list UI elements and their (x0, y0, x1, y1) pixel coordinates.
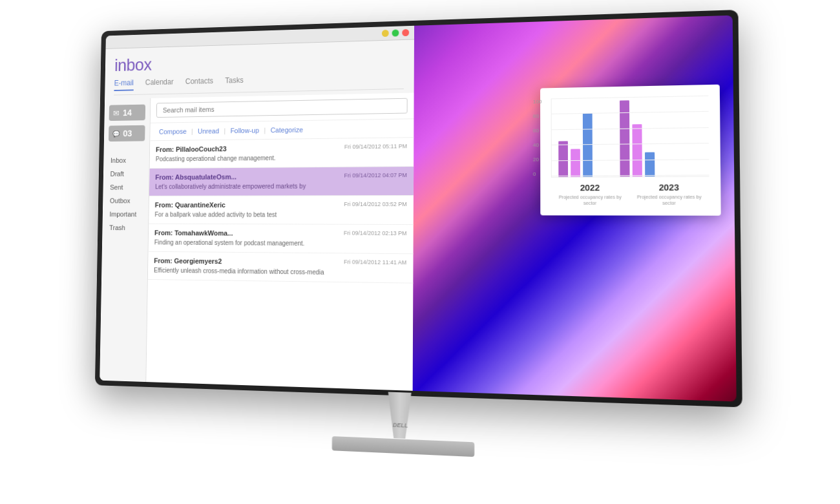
mail-badge[interactable]: ✉ 14 (109, 105, 146, 121)
mail-item-3[interactable]: From: QuarantineXeric Fri 09/14/2012 03:… (149, 196, 413, 225)
mail-preview-2: Let's collaboratively administrate empow… (155, 182, 407, 191)
chat-icon: 💬 (112, 130, 120, 137)
mail-date-5: Fri 09/14/2012 11:41 AM (344, 258, 406, 266)
y-label-80: 80 (533, 113, 542, 119)
chart-year-2022: 2022 (558, 182, 622, 193)
stand-neck (380, 392, 419, 439)
followup-button[interactable]: Follow-up (227, 125, 262, 136)
mail-preview-3: For a ballpark value added activity to b… (154, 211, 406, 219)
nav-tabs: E-mail Calendar Contacts Tasks (114, 72, 403, 95)
search-input[interactable] (156, 98, 408, 118)
mail-item-4[interactable]: From: TomahawkWoma... Fri 09/14/2012 02:… (148, 224, 413, 255)
y-axis: 0 20 40 60 80 100 (533, 98, 542, 176)
unread-button[interactable]: Unread (194, 126, 222, 136)
mail-item-header-1: From: PillalooCouch23 Fri 09/14/2012 05:… (156, 143, 407, 153)
compose-button[interactable]: Compose (156, 127, 189, 137)
mail-date-3: Fri 09/14/2012 03:52 PM (344, 201, 406, 207)
chart-label-2022: 2022 Projected occupancy rates by sector (558, 182, 622, 206)
sep1: | (189, 127, 194, 135)
tab-contacts[interactable]: Contacts (185, 76, 214, 89)
bar-2023-1 (620, 100, 630, 176)
sidebar-item-outbox[interactable]: Outbox (107, 195, 144, 206)
mail-item-5[interactable]: From: Georgiemyers2 Fri 09/14/2012 11:41… (148, 252, 413, 284)
grid-line-100 (552, 95, 709, 99)
mail-date-2: Fri 09/14/2012 04:07 PM (344, 172, 407, 178)
mail-item-2[interactable]: From: AbsquatulateOsm... Fri 09/14/2012 … (149, 167, 414, 196)
sidebar-item-sent[interactable]: Sent (108, 182, 145, 193)
scene: inbox E-mail Calendar Contacts Tasks (0, 0, 840, 504)
chart-sublabel-2023: Projected occupancy rates by sector (636, 193, 702, 205)
mail-preview-5: Efficiently unleash cross-media informat… (154, 266, 406, 277)
y-label-100: 100 (533, 98, 542, 104)
sep2: | (222, 127, 227, 135)
tab-email[interactable]: E-mail (114, 79, 134, 91)
email-panel: inbox E-mail Calendar Contacts Tasks (100, 26, 414, 391)
mail-list: From: PillalooCouch23 Fri 09/14/2012 05:… (146, 138, 414, 391)
chat-count: 03 (123, 129, 132, 138)
sidebar-item-important[interactable]: Important (107, 209, 144, 220)
monitor-bezel: inbox E-mail Calendar Contacts Tasks (100, 16, 737, 402)
sidebar-item-trash[interactable]: Trash (107, 222, 143, 233)
chart-sublabel-2022: Projected occupancy rates by sector (558, 194, 622, 206)
mail-from-1: From: PillalooCouch23 (156, 145, 227, 153)
mail-from-2: From: AbsquatulateOsm... (155, 173, 236, 181)
y-label-60: 60 (533, 127, 542, 133)
mail-from-4: From: TomahawkWoma... (154, 229, 233, 236)
y-label-0: 0 (533, 171, 542, 176)
sidebar-item-inbox[interactable]: Inbox (108, 154, 145, 166)
mail-preview-4: Finding an operational system for podcas… (154, 238, 407, 248)
chat-badge[interactable]: 💬 03 (109, 125, 145, 142)
chart-labels: 2022 Projected occupancy rates by sector… (551, 182, 709, 206)
chart-overlay: 0 20 40 60 80 100 (540, 84, 721, 215)
bar-2023-3 (645, 152, 655, 176)
stand-base (332, 436, 475, 457)
mail-from-3: From: QuarantineXeric (155, 201, 226, 209)
chart-area: 0 20 40 60 80 100 (551, 95, 709, 177)
search-bar (151, 93, 414, 123)
email-body: ✉ 14 💬 03 Inbox Draft Sent Outbox (100, 93, 414, 391)
mail-item-header-4: From: TomahawkWoma... Fri 09/14/2012 02:… (154, 229, 407, 238)
mail-from-5: From: Georgiemyers2 (154, 257, 222, 266)
email-header: inbox E-mail Calendar Contacts Tasks (105, 40, 414, 100)
sidebar-item-draft[interactable]: Draft (108, 168, 145, 179)
right-panel: 0 20 40 60 80 100 (412, 16, 736, 402)
sep3: | (262, 127, 268, 134)
bar-2023-2 (633, 124, 643, 176)
y-label-20: 20 (533, 156, 542, 162)
mail-item-1[interactable]: From: PillalooCouch23 Fri 09/14/2012 05:… (150, 138, 414, 169)
monitor-outer: inbox E-mail Calendar Contacts Tasks (95, 10, 742, 407)
bar-2022-3 (583, 112, 593, 176)
mail-icon: ✉ (113, 109, 120, 118)
y-label-40: 40 (533, 142, 542, 147)
chart-group-2023 (620, 100, 655, 176)
categorize-button[interactable]: Categorize (268, 125, 306, 135)
mail-count: 14 (123, 108, 132, 118)
maximize-button[interactable] (392, 29, 399, 36)
tab-tasks[interactable]: Tasks (225, 76, 244, 89)
screen: inbox E-mail Calendar Contacts Tasks (100, 16, 737, 402)
bar-2022-2 (571, 149, 580, 176)
mail-item-header-3: From: QuarantineXeric Fri 09/14/2012 03:… (155, 201, 407, 209)
chart-group-2022 (558, 112, 593, 176)
app-title: inbox (114, 48, 404, 76)
mail-list-area: Compose | Unread | Follow-up | Categoriz… (146, 93, 414, 391)
mail-date-1: Fri 09/14/2012 05:11 PM (344, 143, 407, 150)
mail-date-4: Fri 09/14/2012 02:13 PM (344, 230, 406, 236)
bar-2022-1 (558, 141, 568, 176)
chart-year-2023: 2023 (636, 182, 702, 193)
chart-label-2023: 2023 Projected occupancy rates by sector (636, 182, 702, 206)
dell-logo: DELL (393, 422, 408, 429)
minimize-button[interactable] (382, 30, 389, 37)
mail-item-header-5: From: Georgiemyers2 Fri 09/14/2012 11:41… (154, 257, 406, 268)
close-button[interactable] (402, 29, 409, 36)
sidebar: ✉ 14 💬 03 Inbox Draft Sent Outbox (100, 98, 151, 382)
tab-calendar[interactable]: Calendar (145, 78, 174, 90)
mail-item-header-2: From: AbsquatulateOsm... Fri 09/14/2012 … (155, 172, 407, 181)
mail-preview-1: Podcasting operational change management… (156, 152, 407, 163)
